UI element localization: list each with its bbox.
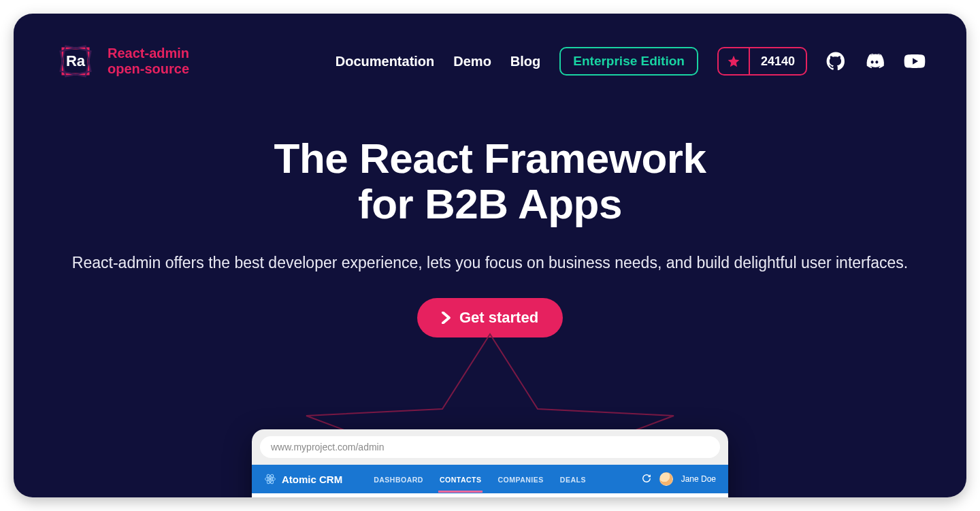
browser-urlbar: www.myproject.com/admin xyxy=(252,429,728,465)
github-icon[interactable] xyxy=(826,52,845,71)
logo-mark: Ra xyxy=(54,40,97,82)
star-icon xyxy=(719,48,750,74)
atom-icon xyxy=(264,473,276,485)
hero-title-line2: for B2B Apps xyxy=(358,180,622,227)
brand-line2: open-source xyxy=(108,61,189,76)
tab-dashboard[interactable]: DASHBOARD xyxy=(372,466,425,492)
primary-nav: Documentation Demo Blog Enterprise Editi… xyxy=(336,47,926,76)
logo-link[interactable]: Ra React-admin open-source xyxy=(54,40,189,82)
youtube-icon[interactable] xyxy=(904,50,926,72)
logo-text: React-admin open-source xyxy=(108,46,189,77)
discord-icon[interactable] xyxy=(864,51,885,71)
demo-preview-window: www.myproject.com/admin Atomic CRM DASHB… xyxy=(252,429,728,497)
tab-companies[interactable]: COMPANIES xyxy=(496,466,544,492)
nav-demo[interactable]: Demo xyxy=(453,54,491,69)
hero-title-line1: The React Framework xyxy=(274,135,706,182)
refresh-icon[interactable] xyxy=(642,474,651,485)
demo-user-name[interactable]: Jane Doe xyxy=(681,474,716,484)
nav-documentation[interactable]: Documentation xyxy=(336,54,435,69)
svg-text:Ra: Ra xyxy=(66,52,86,69)
cta-label: Get started xyxy=(459,309,538,327)
site-header: Ra React-admin open-source Documentation… xyxy=(14,14,966,88)
get-started-button[interactable]: Get started xyxy=(417,298,563,337)
svg-point-4 xyxy=(270,478,272,480)
demo-app-topbar: Atomic CRM DASHBOARD CONTACTS COMPANIES … xyxy=(252,465,728,493)
demo-app-right: Jane Doe xyxy=(642,472,716,486)
github-stars-pill[interactable]: 24140 xyxy=(717,47,807,76)
hero-section: The React Framework for B2B Apps React-a… xyxy=(14,88,966,337)
demo-app-tabs: DASHBOARD CONTACTS COMPANIES DEALS xyxy=(372,466,587,492)
demo-app-name: Atomic CRM xyxy=(282,474,342,485)
demo-list-toolbar: SORT BY LAST SEEN DESCENDING EXPORT NEW … xyxy=(252,493,728,497)
nav-blog[interactable]: Blog xyxy=(510,54,540,69)
page-root: Ra React-admin open-source Documentation… xyxy=(14,14,966,497)
tab-deals[interactable]: DEALS xyxy=(559,466,587,492)
enterprise-edition-button[interactable]: Enterprise Edition xyxy=(559,47,698,76)
avatar[interactable] xyxy=(659,472,673,486)
chevron-right-icon xyxy=(442,312,451,324)
demo-app-brand[interactable]: Atomic CRM xyxy=(264,473,342,485)
hero-title: The React Framework for B2B Apps xyxy=(14,136,966,227)
github-stars-count: 24140 xyxy=(750,54,806,69)
tab-contacts[interactable]: CONTACTS xyxy=(438,466,483,492)
brand-line1: React-admin xyxy=(108,46,189,61)
hero-subtitle: React-admin offers the best developer ex… xyxy=(14,252,966,274)
browser-url[interactable]: www.myproject.com/admin xyxy=(260,436,720,458)
hero-subtitle-text: React-admin offers the best developer ex… xyxy=(72,254,908,271)
